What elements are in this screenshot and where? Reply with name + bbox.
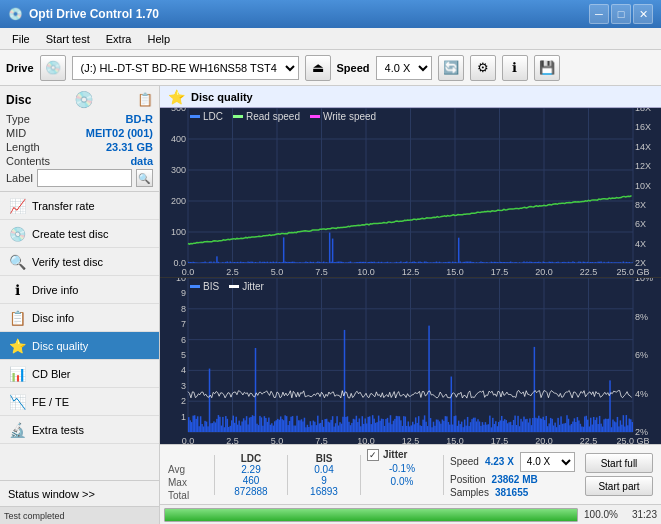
content-area: ⭐ Disc quality LDC Read speed	[160, 86, 661, 524]
bis-legend-label: BIS	[203, 281, 219, 292]
menu-file[interactable]: File	[4, 31, 38, 47]
read-speed-legend: Read speed	[233, 111, 300, 122]
stats-divider3	[360, 455, 361, 495]
write-speed-legend-label: Write speed	[323, 111, 376, 122]
fe-te-label: FE / TE	[32, 396, 69, 408]
chart-bottom: BIS Jitter	[160, 278, 661, 444]
menu-help[interactable]: Help	[139, 31, 178, 47]
sidebar-item-create-test-disc[interactable]: 💿 Create test disc	[0, 220, 159, 248]
jitter-header: Jitter	[383, 449, 407, 460]
max-jitter: 0.0%	[367, 476, 437, 487]
disc-quality-header: ⭐ Disc quality	[160, 86, 661, 108]
info-button[interactable]: ℹ	[502, 55, 528, 81]
bis-legend: BIS	[190, 281, 219, 292]
jitter-legend-dot	[229, 285, 239, 288]
cd-bler-icon: 📊	[8, 366, 26, 382]
speed-val: 4.23 X	[485, 456, 514, 467]
jitter-legend: Jitter	[229, 281, 264, 292]
buttons-col: Start full Start part	[585, 453, 653, 496]
max-bis: 9	[321, 475, 327, 486]
status-text: Test completed	[4, 511, 65, 521]
progress-time: 31:23	[632, 509, 657, 520]
speed-key: Speed	[450, 456, 479, 467]
sidebar: Disc 💿 📋 Type BD-R MID MEIT02 (001) Leng…	[0, 86, 160, 524]
status-window-button[interactable]: Status window >>	[0, 480, 159, 506]
fe-te-icon: 📉	[8, 394, 26, 410]
label-icon-btn[interactable]: 🔍	[136, 169, 153, 187]
samples-val: 381655	[495, 487, 528, 498]
menu-starttest[interactable]: Start test	[38, 31, 98, 47]
titlebar-left: 💿 Opti Drive Control 1.70	[8, 7, 159, 21]
speed-select[interactable]: 4.0 X	[376, 56, 432, 80]
write-speed-legend: Write speed	[310, 111, 376, 122]
speed-select-small[interactable]: 4.0 X	[520, 452, 575, 472]
max-ldc: 460	[243, 475, 260, 486]
label-input[interactable]	[37, 169, 132, 187]
jitter-total-spacer	[367, 489, 437, 501]
chart-bottom-legend: BIS Jitter	[190, 281, 264, 292]
settings-button[interactable]: ⚙	[470, 55, 496, 81]
avg-jitter: -0.1%	[367, 463, 437, 474]
sidebar-item-verify-test-disc[interactable]: 🔍 Verify test disc	[0, 248, 159, 276]
create-test-disc-icon: 💿	[8, 226, 26, 242]
sidebar-item-drive-info[interactable]: ℹ Drive info	[0, 276, 159, 304]
extra-tests-icon: 🔬	[8, 422, 26, 438]
contents-key: Contents	[6, 155, 50, 167]
verify-test-disc-label: Verify test disc	[32, 256, 103, 268]
chart-top-legend: LDC Read speed Write speed	[190, 111, 376, 122]
ldc-legend-label: LDC	[203, 111, 223, 122]
disc-panel-title: Disc	[6, 93, 31, 107]
save-button[interactable]: 💾	[534, 55, 560, 81]
chart-top-canvas	[160, 108, 661, 277]
sidebar-item-cd-bler[interactable]: 📊 CD Bler	[0, 360, 159, 388]
main-progress-bar-area: 100.0% 31:23	[160, 504, 661, 524]
progress-track	[164, 508, 578, 522]
titlebar: 💿 Opti Drive Control 1.70 ─ □ ✕	[0, 0, 661, 28]
extra-tests-label: Extra tests	[32, 424, 84, 436]
drive-label: Drive	[6, 62, 34, 74]
jitter-legend-label: Jitter	[242, 281, 264, 292]
main-layout: Disc 💿 📋 Type BD-R MID MEIT02 (001) Leng…	[0, 86, 661, 524]
bis-legend-dot	[190, 285, 200, 288]
disc-panel-icon: 💿	[74, 90, 94, 109]
close-button[interactable]: ✕	[633, 4, 653, 24]
sidebar-item-disc-info[interactable]: 📋 Disc info	[0, 304, 159, 332]
stats-divider2	[287, 455, 288, 495]
eject-button[interactable]: ⏏	[305, 55, 331, 81]
samples-key: Samples	[450, 487, 489, 498]
contents-val: data	[130, 155, 153, 167]
position-val: 23862 MB	[492, 474, 538, 485]
cd-bler-label: CD Bler	[32, 368, 71, 380]
create-test-disc-label: Create test disc	[32, 228, 108, 240]
drive-icon-btn[interactable]: 💿	[40, 55, 66, 81]
sidebar-item-transfer-rate[interactable]: 📈 Transfer rate	[0, 192, 159, 220]
status-window-label: Status window >>	[8, 488, 95, 500]
app-title: Opti Drive Control 1.70	[29, 7, 159, 21]
menu-extra[interactable]: Extra	[98, 31, 140, 47]
maximize-button[interactable]: □	[611, 4, 631, 24]
mid-key: MID	[6, 127, 26, 139]
stats-divider4	[443, 455, 444, 495]
sidebar-item-extra-tests[interactable]: 🔬 Extra tests	[0, 416, 159, 444]
speed-info-col: Speed 4.23 X 4.0 X Position 23862 MB Sam…	[450, 452, 575, 498]
total-ldc: 872888	[234, 486, 267, 497]
stats-divider1	[214, 455, 215, 495]
length-key: Length	[6, 141, 40, 153]
disc-quality-label: Disc quality	[32, 340, 88, 352]
sidebar-item-disc-quality[interactable]: ⭐ Disc quality	[0, 332, 159, 360]
jitter-checkbox[interactable]: ✓	[367, 449, 379, 461]
drive-info-icon: ℹ	[8, 282, 26, 298]
minimize-button[interactable]: ─	[589, 4, 609, 24]
drive-select[interactable]: (J:) HL-DT-ST BD-RE WH16NS58 TST4	[72, 56, 299, 80]
position-key: Position	[450, 474, 486, 485]
drive-info-label: Drive info	[32, 284, 78, 296]
disc-quality-header-icon: ⭐	[168, 89, 185, 105]
bis-header: BIS	[316, 453, 333, 464]
read-speed-legend-label: Read speed	[246, 111, 300, 122]
refresh-button[interactable]: 🔄	[438, 55, 464, 81]
nav-items: 📈 Transfer rate 💿 Create test disc 🔍 Ver…	[0, 192, 159, 480]
start-full-button[interactable]: Start full	[585, 453, 653, 473]
sidebar-item-fe-te[interactable]: 📉 FE / TE	[0, 388, 159, 416]
start-part-button[interactable]: Start part	[585, 476, 653, 496]
max-label: Max	[168, 477, 208, 488]
